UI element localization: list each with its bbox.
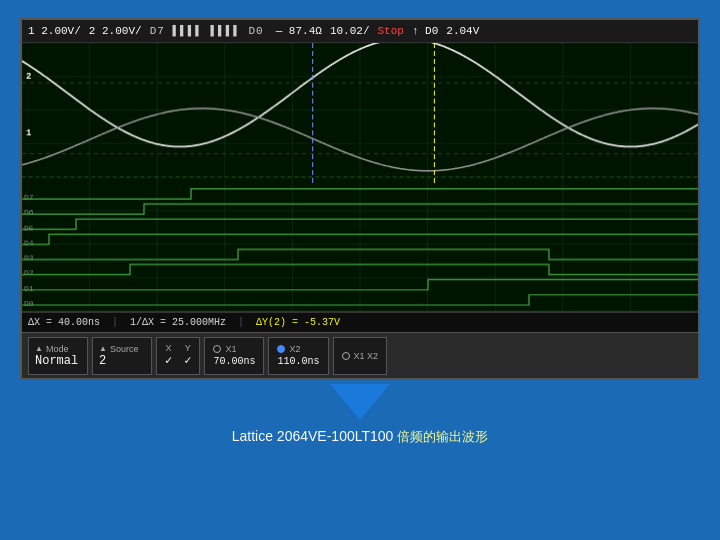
source-value: 2 [99,354,106,368]
meas-separator1: | [112,317,118,328]
x2-radio-item: X2 [277,344,319,354]
mode-label-row: ▲ Mode [35,344,68,354]
y-col: Y ✓ [184,343,191,368]
status-bar: 1 2.00V/ 2 2.00V/ D7 ▌▌▌▌ ▌▌▌▌ D0 — 87.4… [22,20,698,42]
caption-sub: 倍频的输出波形 [397,429,488,444]
source-label: Source [110,344,139,354]
control-panel: ▲ Mode Normal ▲ Source 2 X ✓ Y ✓ [22,332,698,378]
trigger-arrow: ↑ D0 [412,25,438,37]
x-value: ✓ [165,353,172,368]
trigger-info: D7 ▌▌▌▌ ▌▌▌▌ D0 [150,25,264,37]
oscilloscope: 1 2.00V/ 2 2.00V/ D7 ▌▌▌▌ ▌▌▌▌ D0 — 87.4… [20,18,700,380]
y-value: ✓ [184,353,191,368]
x1x2-radio-dot [342,352,350,360]
mode-value: Normal [35,354,78,368]
x2-label: X2 [289,344,300,354]
waveform-display [22,42,698,312]
x-col: X ✓ [165,343,172,368]
stop-label: Stop [377,25,403,37]
delta-y2-measurement: ΔY(2) = -5.37V [256,317,340,328]
mode-group: ▲ Mode Normal [28,337,88,375]
source-label-row: ▲ Source [99,344,138,354]
x1-radio-dot [213,345,221,353]
x1x2-radio-item: X1 X2 [342,351,379,361]
xy-group: X ✓ Y ✓ [156,337,200,375]
ch1-status: 1 2.00V/ [28,25,81,37]
mode-label: Mode [46,344,69,354]
caption: Lattice 2064VE-100LT100 倍频的输出波形 [232,428,489,446]
x1x2-label: X1 X2 [354,351,379,361]
x2-radio-dot [277,345,285,353]
meas-separator2: | [238,317,244,328]
measurement-bar: ΔX = 40.00ns | 1/ΔX = 25.000MHz | ΔY(2) … [22,312,698,332]
ref-voltage: 2.04V [446,25,479,37]
x2-group: X2 110.0ns [268,337,328,375]
x-label: X [166,343,172,353]
x1-radio-item: X1 [213,344,255,354]
down-arrow-icon [330,384,390,420]
timebase-display: 10.02/ [330,25,370,37]
freq-display: — 87.4Ω [276,25,322,37]
y-label: Y [185,343,191,353]
x1-value: 70.00ns [213,356,255,367]
x1x2-group: X1 X2 [333,337,388,375]
x2-value: 110.0ns [277,356,319,367]
caption-main: Lattice 2064VE-100LT100 [232,428,394,444]
delta-x-measurement: ΔX = 40.00ns [28,317,100,328]
oscilloscope-canvas [22,43,698,311]
inv-delta-x-measurement: 1/ΔX = 25.000MHz [130,317,226,328]
source-group: ▲ Source 2 [92,337,152,375]
x1-label: X1 [225,344,236,354]
ch2-status: 2 2.00V/ [89,25,142,37]
arrow-container [330,384,390,420]
x1-group: X1 70.00ns [204,337,264,375]
